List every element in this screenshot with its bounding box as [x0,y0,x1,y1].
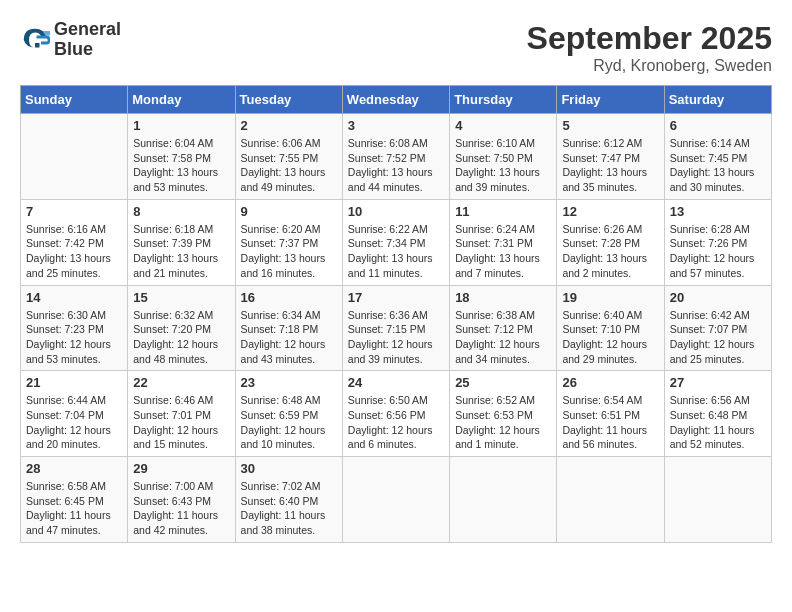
calendar-cell: 13Sunrise: 6:28 AM Sunset: 7:26 PM Dayli… [664,199,771,285]
day-number: 5 [562,118,658,133]
day-info: Sunrise: 6:40 AM Sunset: 7:10 PM Dayligh… [562,308,658,367]
day-info: Sunrise: 6:54 AM Sunset: 6:51 PM Dayligh… [562,393,658,452]
calendar-cell: 24Sunrise: 6:50 AM Sunset: 6:56 PM Dayli… [342,371,449,457]
day-info: Sunrise: 6:16 AM Sunset: 7:42 PM Dayligh… [26,222,122,281]
calendar-cell: 8Sunrise: 6:18 AM Sunset: 7:39 PM Daylig… [128,199,235,285]
day-number: 25 [455,375,551,390]
calendar-week-row: 28Sunrise: 6:58 AM Sunset: 6:45 PM Dayli… [21,457,772,543]
day-number: 19 [562,290,658,305]
day-number: 26 [562,375,658,390]
day-number: 20 [670,290,766,305]
calendar-week-row: 21Sunrise: 6:44 AM Sunset: 7:04 PM Dayli… [21,371,772,457]
day-info: Sunrise: 6:34 AM Sunset: 7:18 PM Dayligh… [241,308,337,367]
day-info: Sunrise: 6:48 AM Sunset: 6:59 PM Dayligh… [241,393,337,452]
weekday-header: Sunday [21,86,128,114]
weekday-header: Saturday [664,86,771,114]
weekday-header: Monday [128,86,235,114]
calendar-cell: 20Sunrise: 6:42 AM Sunset: 7:07 PM Dayli… [664,285,771,371]
day-number: 2 [241,118,337,133]
day-info: Sunrise: 6:14 AM Sunset: 7:45 PM Dayligh… [670,136,766,195]
calendar-table: SundayMondayTuesdayWednesdayThursdayFrid… [20,85,772,543]
calendar-week-row: 1Sunrise: 6:04 AM Sunset: 7:58 PM Daylig… [21,114,772,200]
day-number: 24 [348,375,444,390]
day-info: Sunrise: 6:10 AM Sunset: 7:50 PM Dayligh… [455,136,551,195]
day-number: 10 [348,204,444,219]
day-info: Sunrise: 6:28 AM Sunset: 7:26 PM Dayligh… [670,222,766,281]
weekday-header: Thursday [450,86,557,114]
calendar-week-row: 7Sunrise: 6:16 AM Sunset: 7:42 PM Daylig… [21,199,772,285]
day-number: 30 [241,461,337,476]
calendar-cell: 1Sunrise: 6:04 AM Sunset: 7:58 PM Daylig… [128,114,235,200]
day-info: Sunrise: 6:56 AM Sunset: 6:48 PM Dayligh… [670,393,766,452]
weekday-header: Tuesday [235,86,342,114]
calendar-cell: 14Sunrise: 6:30 AM Sunset: 7:23 PM Dayli… [21,285,128,371]
calendar-cell: 10Sunrise: 6:22 AM Sunset: 7:34 PM Dayli… [342,199,449,285]
day-number: 4 [455,118,551,133]
day-number: 27 [670,375,766,390]
day-info: Sunrise: 6:22 AM Sunset: 7:34 PM Dayligh… [348,222,444,281]
calendar-cell [342,457,449,543]
day-info: Sunrise: 7:02 AM Sunset: 6:40 PM Dayligh… [241,479,337,538]
calendar-cell: 15Sunrise: 6:32 AM Sunset: 7:20 PM Dayli… [128,285,235,371]
day-info: Sunrise: 6:04 AM Sunset: 7:58 PM Dayligh… [133,136,229,195]
calendar-cell [450,457,557,543]
calendar-cell: 12Sunrise: 6:26 AM Sunset: 7:28 PM Dayli… [557,199,664,285]
calendar-cell: 4Sunrise: 6:10 AM Sunset: 7:50 PM Daylig… [450,114,557,200]
day-number: 15 [133,290,229,305]
day-info: Sunrise: 6:32 AM Sunset: 7:20 PM Dayligh… [133,308,229,367]
calendar-week-row: 14Sunrise: 6:30 AM Sunset: 7:23 PM Dayli… [21,285,772,371]
calendar-cell: 28Sunrise: 6:58 AM Sunset: 6:45 PM Dayli… [21,457,128,543]
weekday-header: Wednesday [342,86,449,114]
day-info: Sunrise: 6:50 AM Sunset: 6:56 PM Dayligh… [348,393,444,452]
calendar-cell: 18Sunrise: 6:38 AM Sunset: 7:12 PM Dayli… [450,285,557,371]
calendar-cell: 16Sunrise: 6:34 AM Sunset: 7:18 PM Dayli… [235,285,342,371]
logo: General Blue [20,20,121,60]
day-info: Sunrise: 6:12 AM Sunset: 7:47 PM Dayligh… [562,136,658,195]
calendar-cell: 6Sunrise: 6:14 AM Sunset: 7:45 PM Daylig… [664,114,771,200]
day-info: Sunrise: 6:06 AM Sunset: 7:55 PM Dayligh… [241,136,337,195]
calendar-cell: 2Sunrise: 6:06 AM Sunset: 7:55 PM Daylig… [235,114,342,200]
day-info: Sunrise: 6:58 AM Sunset: 6:45 PM Dayligh… [26,479,122,538]
weekday-header: Friday [557,86,664,114]
day-info: Sunrise: 6:24 AM Sunset: 7:31 PM Dayligh… [455,222,551,281]
calendar-cell [664,457,771,543]
day-number: 14 [26,290,122,305]
logo-icon [20,25,50,55]
location-subtitle: Ryd, Kronoberg, Sweden [527,57,772,75]
calendar-cell: 26Sunrise: 6:54 AM Sunset: 6:51 PM Dayli… [557,371,664,457]
day-info: Sunrise: 6:20 AM Sunset: 7:37 PM Dayligh… [241,222,337,281]
day-info: Sunrise: 6:08 AM Sunset: 7:52 PM Dayligh… [348,136,444,195]
day-info: Sunrise: 6:46 AM Sunset: 7:01 PM Dayligh… [133,393,229,452]
day-number: 6 [670,118,766,133]
day-number: 1 [133,118,229,133]
day-info: Sunrise: 6:30 AM Sunset: 7:23 PM Dayligh… [26,308,122,367]
day-number: 9 [241,204,337,219]
day-number: 22 [133,375,229,390]
calendar-cell: 17Sunrise: 6:36 AM Sunset: 7:15 PM Dayli… [342,285,449,371]
calendar-cell [21,114,128,200]
day-number: 17 [348,290,444,305]
day-info: Sunrise: 6:36 AM Sunset: 7:15 PM Dayligh… [348,308,444,367]
day-number: 16 [241,290,337,305]
calendar-cell: 7Sunrise: 6:16 AM Sunset: 7:42 PM Daylig… [21,199,128,285]
day-info: Sunrise: 6:44 AM Sunset: 7:04 PM Dayligh… [26,393,122,452]
calendar-cell: 3Sunrise: 6:08 AM Sunset: 7:52 PM Daylig… [342,114,449,200]
weekday-header-row: SundayMondayTuesdayWednesdayThursdayFrid… [21,86,772,114]
day-info: Sunrise: 6:42 AM Sunset: 7:07 PM Dayligh… [670,308,766,367]
day-number: 12 [562,204,658,219]
calendar-cell: 22Sunrise: 6:46 AM Sunset: 7:01 PM Dayli… [128,371,235,457]
calendar-cell: 23Sunrise: 6:48 AM Sunset: 6:59 PM Dayli… [235,371,342,457]
logo-text: General Blue [54,20,121,60]
day-number: 3 [348,118,444,133]
calendar-cell: 21Sunrise: 6:44 AM Sunset: 7:04 PM Dayli… [21,371,128,457]
calendar-cell: 25Sunrise: 6:52 AM Sunset: 6:53 PM Dayli… [450,371,557,457]
month-title: September 2025 [527,20,772,57]
day-info: Sunrise: 7:00 AM Sunset: 6:43 PM Dayligh… [133,479,229,538]
day-info: Sunrise: 6:52 AM Sunset: 6:53 PM Dayligh… [455,393,551,452]
day-info: Sunrise: 6:18 AM Sunset: 7:39 PM Dayligh… [133,222,229,281]
page-header: General Blue September 2025 Ryd, Kronobe… [20,20,772,75]
title-block: September 2025 Ryd, Kronoberg, Sweden [527,20,772,75]
calendar-cell: 9Sunrise: 6:20 AM Sunset: 7:37 PM Daylig… [235,199,342,285]
day-number: 13 [670,204,766,219]
calendar-cell: 11Sunrise: 6:24 AM Sunset: 7:31 PM Dayli… [450,199,557,285]
